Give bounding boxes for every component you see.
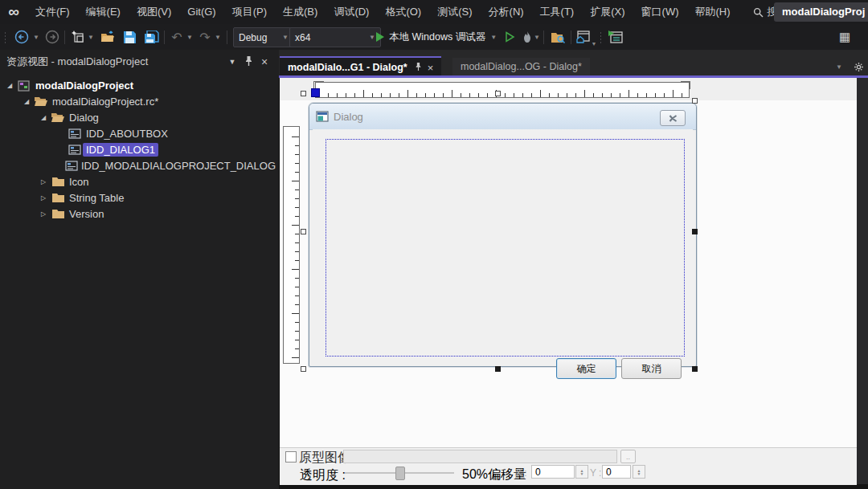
offset-x-input[interactable]: 0 xyxy=(531,465,575,479)
new-dropdown[interactable]: ▼ xyxy=(87,24,95,50)
close-panel-icon[interactable]: × xyxy=(256,55,272,68)
collapsed-arrow-icon[interactable]: ▷ xyxy=(37,194,50,202)
tree-item-dialog[interactable]: ◢Dialog xyxy=(0,109,279,125)
undo-button[interactable]: ↶ xyxy=(169,24,185,50)
resource-tree: ◢modalDialogProject◢modalDialogProject.r… xyxy=(0,74,279,222)
back-dropdown[interactable]: ▼ xyxy=(32,24,40,50)
save-button[interactable] xyxy=(121,24,138,50)
offset-y-input[interactable]: 0 xyxy=(602,465,631,479)
menu-item-7[interactable]: 格式(O) xyxy=(377,0,429,24)
menu-item-1[interactable]: 编辑(E) xyxy=(78,0,129,24)
designed-dialog-close-button[interactable] xyxy=(660,110,686,126)
tree-item-idd-dialog1[interactable]: IDD_DIALOG1 xyxy=(0,141,279,157)
undo-dropdown[interactable]: ▼ xyxy=(186,24,194,50)
close-tab-icon[interactable]: × xyxy=(428,62,434,74)
window-position-menu-button[interactable]: ▼ xyxy=(224,58,240,66)
selection-handle-mid-left[interactable] xyxy=(301,229,306,234)
start-debugging-button[interactable]: 本地 Windows 调试器 ▼ xyxy=(376,24,497,50)
dialog-window-icon xyxy=(316,111,329,122)
test-dialog-icon xyxy=(608,31,623,43)
pin-tab-icon[interactable] xyxy=(415,62,422,73)
menu-item-3[interactable]: Git(G) xyxy=(179,0,223,24)
tab-idd-dialog1[interactable]: modalDialo...G1 - Dialog* × xyxy=(280,56,441,77)
tree-item-modaldialogproject[interactable]: ◢modalDialogProject xyxy=(0,77,279,93)
ruler-origin-marker[interactable] xyxy=(311,88,320,97)
save-all-button[interactable] xyxy=(141,24,161,50)
tree-item-modaldialogproject-rc-[interactable]: ◢modalDialogProject.rc* xyxy=(0,93,279,109)
offset-y-spinner[interactable]: ▲▼ xyxy=(633,465,645,479)
prototype-image-checkbox[interactable] xyxy=(285,451,297,463)
browse-button[interactable]: .. xyxy=(620,450,636,463)
menu-item-11[interactable]: 扩展(X) xyxy=(582,0,633,24)
platform-value: x64 xyxy=(295,32,310,43)
navigate-forward-button[interactable] xyxy=(43,24,61,50)
grid-icon: ▦ xyxy=(839,30,850,44)
designed-dialog[interactable]: Dialog 确定 取消 xyxy=(309,103,697,367)
cancel-button[interactable]: 取消 xyxy=(621,358,682,379)
solution-platform-combo[interactable]: x64 ▼ xyxy=(289,27,381,47)
pin-icon[interactable] xyxy=(240,56,256,68)
tree-item-string-table[interactable]: ▷String Table xyxy=(0,189,279,206)
start-without-debugging-button[interactable] xyxy=(502,24,517,50)
selection-handle-top-center[interactable] xyxy=(495,91,501,96)
menu-item-5[interactable]: 生成(B) xyxy=(275,0,326,24)
properties-window-button[interactable] xyxy=(574,24,592,50)
tree-item-icon[interactable]: ▷Icon xyxy=(0,173,279,189)
opacity-slider-thumb[interactable] xyxy=(395,467,405,480)
hot-reload-button[interactable] xyxy=(521,24,534,50)
ok-button[interactable]: 确定 xyxy=(556,358,616,379)
expanded-arrow-icon[interactable]: ◢ xyxy=(3,82,16,89)
close-x-icon xyxy=(669,115,678,122)
toolbar-grip[interactable] xyxy=(4,31,7,43)
selection-handle-top-right[interactable] xyxy=(692,98,698,104)
tab-idd-modaldialogproject-dialog[interactable]: modalDialog...OG - Dialog* xyxy=(452,58,590,75)
menu-item-9[interactable]: 分析(N) xyxy=(481,0,532,24)
selection-handle-top-left[interactable] xyxy=(301,91,306,96)
opacity-label: 透明度 : xyxy=(300,467,346,484)
collapsed-arrow-icon[interactable]: ▷ xyxy=(37,210,50,218)
test-dialog-button[interactable] xyxy=(605,24,624,50)
tab-label: modalDialo...G1 - Dialog* xyxy=(288,62,407,73)
menu-item-4[interactable]: 项目(P) xyxy=(224,0,275,24)
redo-dropdown[interactable]: ▼ xyxy=(214,24,222,50)
tree-item-label: IDD_DIALOG1 xyxy=(83,143,158,157)
horizontal-ruler[interactable] xyxy=(315,82,690,98)
designed-dialog-client-area[interactable]: 确定 取消 xyxy=(313,129,693,364)
solution-configuration-combo[interactable]: Debug ▼ xyxy=(233,27,294,47)
editor-options-button[interactable] xyxy=(845,58,868,75)
selection-handle-bottom-center[interactable] xyxy=(495,366,501,372)
solution-name-dropdown[interactable]: modalDialogProj xyxy=(774,2,868,22)
folder-icon xyxy=(50,192,66,203)
expanded-arrow-icon[interactable]: ◢ xyxy=(37,114,50,121)
menu-item-13[interactable]: 帮助(H) xyxy=(686,0,738,24)
vertical-ruler[interactable] xyxy=(283,126,300,364)
new-project-button[interactable] xyxy=(69,24,87,50)
tree-item-label: IDD_MODALDIALOGPROJECT_DIALOG xyxy=(78,159,279,173)
find-in-files-button[interactable] xyxy=(548,24,567,50)
menu-item-8[interactable]: 测试(S) xyxy=(429,0,480,24)
expanded-arrow-icon[interactable]: ◢ xyxy=(20,98,33,105)
selection-handle-mid-right[interactable] xyxy=(692,229,698,234)
tree-item-idd-aboutbox[interactable]: IDD_ABOUTBOX xyxy=(0,125,279,141)
hot-reload-dropdown[interactable]: ▼ xyxy=(533,24,541,50)
tree-item-version[interactable]: ▷Version xyxy=(0,206,279,222)
menu-item-6[interactable]: 调试(D) xyxy=(326,0,377,24)
prototype-image-path-input[interactable] xyxy=(343,450,617,463)
tree-item-label: IDD_ABOUTBOX xyxy=(83,127,171,141)
menu-item-2[interactable]: 视图(V) xyxy=(129,0,179,24)
save-all-icon xyxy=(144,31,159,44)
selection-handle-bottom-right[interactable] xyxy=(692,366,698,372)
menu-item-12[interactable]: 窗口(W) xyxy=(633,0,687,24)
designed-dialog-titlebar[interactable]: Dialog xyxy=(309,104,696,130)
toggle-grid-button[interactable]: ▦ xyxy=(836,24,854,50)
collapsed-arrow-icon[interactable]: ▷ xyxy=(37,178,50,185)
offset-x-spinner[interactable]: ▲▼ xyxy=(575,465,588,479)
menu-item-10[interactable]: 工具(T) xyxy=(532,0,583,24)
redo-button[interactable]: ↷ xyxy=(197,24,213,50)
tree-item-idd-modaldialogproject-dialog[interactable]: IDD_MODALDIALOGPROJECT_DIALOG xyxy=(0,157,279,173)
selection-handle-bottom-left[interactable] xyxy=(301,366,306,372)
navigate-back-button[interactable] xyxy=(13,24,31,50)
open-file-button[interactable] xyxy=(98,24,117,50)
toolbar-grip-2[interactable] xyxy=(600,31,603,43)
menu-item-0[interactable]: 文件(F) xyxy=(27,0,78,24)
